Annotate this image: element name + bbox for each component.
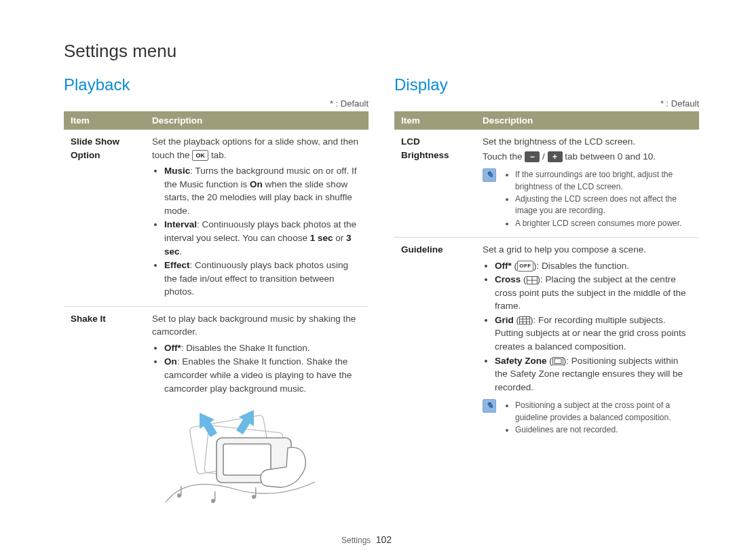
svg-rect-5 <box>181 486 182 496</box>
off-label: Off* <box>495 261 512 271</box>
minus-key-icon <box>525 151 540 162</box>
lcd-note1: If the surroundings are too bright, adju… <box>515 169 692 193</box>
music-label: Music <box>164 166 190 176</box>
col-item: Item <box>394 111 476 130</box>
guideline-note2: Guidelines are not recorded. <box>515 424 692 436</box>
display-table: Item Description LCD Brightness Set the … <box>394 111 699 443</box>
guideline-note1: Positioning a subject at the cross point… <box>515 400 692 424</box>
svg-rect-7 <box>214 491 216 501</box>
note-icon: ✎ <box>483 168 496 182</box>
bullet-music: Music: Turns the background music on or … <box>164 164 362 217</box>
bullet-safety: Safety Zone (): Positioning subjects wit… <box>495 354 692 394</box>
interval-or: or <box>333 233 346 243</box>
lcd-line2b: / <box>542 151 548 162</box>
shake-on-label: On <box>164 356 177 367</box>
ok-key-icon <box>192 150 208 161</box>
display-column: Display * : Default Item Description LCD… <box>394 75 699 516</box>
playback-default-note: * : Default <box>64 98 369 109</box>
item-slideshow: Slide Show Option <box>64 130 145 306</box>
desc-slideshow: Set the playback options for a slide sho… <box>145 130 369 306</box>
lcd-note2: Adjusting the LCD screen does not affect… <box>515 193 692 217</box>
music-on: On <box>250 179 263 189</box>
bullet-shake-off: Off*: Disables the Shake It function. <box>164 341 362 355</box>
cross-icon <box>527 276 538 284</box>
effect-text: : Continuously plays back photos using t… <box>164 260 348 297</box>
item-guideline: Guideline <box>394 238 476 444</box>
lcd-line2c: tab between 0 and 10. <box>565 151 656 162</box>
playback-table: Item Description Slide Show Option Set t… <box>64 111 369 516</box>
shakeit-intro: Set to play back background music by sha… <box>152 312 362 339</box>
shake-it-illustration <box>152 400 328 509</box>
row-guideline: Guideline Set a grid to help you compose… <box>394 238 699 444</box>
page-number: 102 <box>376 534 392 545</box>
item-lcd: LCD Brightness <box>394 130 476 238</box>
shake-off-label: Off* <box>164 343 181 353</box>
plus-key-icon <box>548 151 563 162</box>
bullet-shake-on: On: Enables the Shake It function. Shake… <box>164 355 362 395</box>
safety-label: Safety Zone <box>495 356 547 366</box>
desc-shakeit: Set to play back background music by sha… <box>145 306 369 516</box>
effect-label: Effect <box>164 260 190 270</box>
svg-rect-9 <box>255 487 257 497</box>
page-title: Settings menu <box>64 41 699 62</box>
slideshow-intro-a: Set the playback options for a slide sho… <box>152 136 358 160</box>
lcd-line2a: Touch the <box>483 151 525 162</box>
off-text: : Disables the function. <box>537 261 630 271</box>
playback-column: Playback * : Default Item Description Sl… <box>64 75 369 516</box>
col-desc: Description <box>476 111 699 130</box>
row-lcd: LCD Brightness Set the brightness of the… <box>394 130 699 238</box>
shake-off-text: : Disables the Shake It function. <box>181 343 310 353</box>
shake-on-text: : Enables the Shake It function. Shake t… <box>164 356 352 393</box>
desc-lcd: Set the brightness of the LCD screen. To… <box>476 130 699 238</box>
playback-heading: Playback <box>64 75 369 94</box>
svg-rect-13 <box>520 317 530 324</box>
bullet-effect: Effect: Continuously plays back photos u… <box>164 259 362 299</box>
bullet-cross: Cross (): Placing the subject at the cen… <box>495 273 692 313</box>
guideline-note: ✎ Positioning a subject at the cross poi… <box>483 399 692 436</box>
interval-opt1: 1 sec <box>310 233 333 243</box>
footer-section: Settings <box>341 536 371 545</box>
col-desc: Description <box>145 111 369 130</box>
item-shakeit: Shake It <box>64 306 145 516</box>
grid-icon <box>519 316 530 324</box>
row-slideshow: Slide Show Option Set the playback optio… <box>64 130 369 306</box>
note-icon: ✎ <box>483 399 496 413</box>
cross-text: : Placing the subject at the centre cros… <box>495 274 685 311</box>
cross-label: Cross <box>495 274 521 284</box>
page-footer: Settings 102 <box>0 534 733 545</box>
lcd-line1: Set the brightness of the LCD screen. <box>483 135 692 149</box>
bullet-grid: Grid (): For recording multiple subjects… <box>495 314 692 354</box>
interval-period: . <box>180 246 183 257</box>
display-heading: Display <box>394 75 699 94</box>
col-item: Item <box>64 111 145 130</box>
svg-rect-3 <box>223 444 271 475</box>
safety-zone-icon <box>552 357 563 365</box>
slideshow-intro-b: tab. <box>211 150 227 160</box>
bullet-interval: Interval: Continuously plays back photos… <box>164 218 362 258</box>
row-shakeit: Shake It Set to play back background mus… <box>64 306 369 516</box>
desc-guideline: Set a grid to help you compose a scene. … <box>476 238 699 444</box>
grid-label: Grid <box>495 315 514 325</box>
interval-label: Interval <box>164 219 197 229</box>
guideline-intro: Set a grid to help you compose a scene. <box>483 243 692 257</box>
lcd-note: ✎ If the surroundings are too bright, ad… <box>483 168 692 230</box>
display-default-note: * : Default <box>394 98 699 109</box>
bullet-off: Off* (): Disables the function. <box>495 259 692 273</box>
svg-rect-19 <box>555 359 561 364</box>
lcd-note3: A brighter LCD screen consumes more powe… <box>515 218 692 229</box>
off-icon <box>517 261 533 272</box>
